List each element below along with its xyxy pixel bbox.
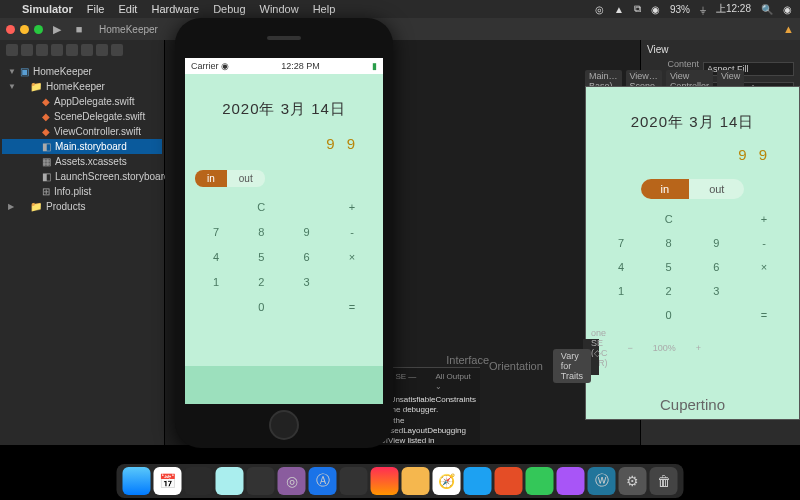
menu-help[interactable]: Help: [313, 3, 336, 15]
key-9[interactable]: 9: [705, 237, 727, 249]
nav-group[interactable]: ▼📁HomeKeeper: [2, 79, 162, 94]
dock-app[interactable]: [526, 467, 554, 495]
seg-out[interactable]: out: [227, 170, 265, 187]
dock-settings[interactable]: ⚙: [619, 467, 647, 495]
output-filter[interactable]: All Output ⌄: [435, 372, 474, 393]
key-1[interactable]: 1: [205, 276, 227, 288]
nav-file[interactable]: ◧LaunchScreen.storyboard: [2, 169, 162, 184]
key-0[interactable]: 0: [250, 301, 272, 313]
key[interactable]: [296, 201, 318, 213]
minimize-icon[interactable]: [20, 25, 29, 34]
key[interactable]: [341, 276, 363, 288]
dock-terminal[interactable]: [185, 467, 213, 495]
stop-button[interactable]: ■: [71, 22, 87, 36]
key[interactable]: [753, 285, 775, 297]
dock-app[interactable]: [402, 467, 430, 495]
nav-file[interactable]: ◆SceneDelegate.swift: [2, 109, 162, 124]
key-5[interactable]: 5: [250, 251, 272, 263]
dock-app[interactable]: [247, 467, 275, 495]
nav-file[interactable]: ⊞Info.plist: [2, 184, 162, 199]
dock-appstore[interactable]: Ⓐ: [309, 467, 337, 495]
dock-safari[interactable]: 🧭: [433, 467, 461, 495]
key-1[interactable]: 1: [610, 285, 632, 297]
nav-file[interactable]: ▦Assets.xcassets: [2, 154, 162, 169]
menu-hardware[interactable]: Hardware: [151, 3, 199, 15]
key-6[interactable]: 6: [705, 261, 727, 273]
key[interactable]: [296, 301, 318, 313]
key-minus[interactable]: -: [753, 237, 775, 249]
key-clear[interactable]: C: [250, 201, 272, 213]
app-name[interactable]: Simulator: [22, 3, 73, 15]
key[interactable]: [610, 213, 632, 225]
key-3[interactable]: 3: [705, 285, 727, 297]
warning-icon[interactable]: ▲: [783, 23, 794, 35]
key-8[interactable]: 8: [250, 226, 272, 238]
dock-finder[interactable]: [123, 467, 151, 495]
segmented-control[interactable]: in out: [641, 179, 745, 199]
macos-dock[interactable]: 📅 ◎ Ⓐ 🧭 ⓦ ⚙ 🗑: [117, 464, 684, 498]
key-4[interactable]: 4: [205, 251, 227, 263]
window-controls[interactable]: [6, 25, 43, 34]
segmented-control[interactable]: in out: [195, 170, 265, 187]
dock-twitter[interactable]: [464, 467, 492, 495]
key-times[interactable]: ×: [753, 261, 775, 273]
dock-app[interactable]: [557, 467, 585, 495]
key[interactable]: [705, 213, 727, 225]
nav-products[interactable]: ▶📁Products: [2, 199, 162, 214]
key-times[interactable]: ×: [341, 251, 363, 263]
scheme-breadcrumb[interactable]: HomeKeeper: [99, 24, 158, 35]
menubar-status: ◎ ▲ ⧉ ◉ 93% ⏚ 上12:28 🔍 ◉: [595, 2, 792, 16]
dock-trash[interactable]: 🗑: [650, 467, 678, 495]
key[interactable]: [205, 301, 227, 313]
key[interactable]: [705, 309, 727, 321]
key-6[interactable]: 6: [296, 251, 318, 263]
key[interactable]: [610, 309, 632, 321]
key-3[interactable]: 3: [296, 276, 318, 288]
seg-out[interactable]: out: [689, 179, 744, 199]
dock-music[interactable]: [371, 467, 399, 495]
close-icon[interactable]: [6, 25, 15, 34]
key-9[interactable]: 9: [296, 226, 318, 238]
key-4[interactable]: 4: [610, 261, 632, 273]
key-minus[interactable]: -: [341, 226, 363, 238]
seg-in[interactable]: in: [641, 179, 690, 199]
dock-app[interactable]: [340, 467, 368, 495]
key-2[interactable]: 2: [250, 276, 272, 288]
key-2[interactable]: 2: [658, 285, 680, 297]
key-0[interactable]: 0: [658, 309, 680, 321]
home-button[interactable]: [269, 410, 299, 440]
dock-calendar[interactable]: 📅: [154, 467, 182, 495]
dock-wordpress[interactable]: ⓦ: [588, 467, 616, 495]
simulator-screen[interactable]: Carrier ◉ 12:28 PM ▮ 2020年 3月 14日 9 9 in…: [185, 58, 383, 404]
key-8[interactable]: 8: [658, 237, 680, 249]
navigator-tabs[interactable]: [2, 44, 162, 60]
dock-app[interactable]: [216, 467, 244, 495]
nav-file-selected[interactable]: ◧Main.storyboard: [2, 139, 162, 154]
seg-in[interactable]: in: [195, 170, 227, 187]
run-button[interactable]: ▶: [49, 22, 65, 36]
key-7[interactable]: 7: [205, 226, 227, 238]
menu-file[interactable]: File: [87, 3, 105, 15]
menu-debug[interactable]: Debug: [213, 3, 245, 15]
nav-root[interactable]: ▼▣HomeKeeper: [2, 64, 162, 79]
key-plus[interactable]: +: [341, 201, 363, 213]
key-5[interactable]: 5: [658, 261, 680, 273]
vary-traits-button[interactable]: Vary for Traits: [553, 349, 591, 383]
nav-label: Assets.xcassets: [55, 156, 127, 167]
spotlight-icon[interactable]: 🔍: [761, 4, 773, 15]
menu-window[interactable]: Window: [260, 3, 299, 15]
key-equals[interactable]: =: [753, 309, 775, 321]
siri-icon[interactable]: ◉: [783, 4, 792, 15]
key[interactable]: [205, 201, 227, 213]
nav-file[interactable]: ◆AppDelegate.swift: [2, 94, 162, 109]
dock-app[interactable]: [495, 467, 523, 495]
nav-file[interactable]: ◆ViewController.swift: [2, 124, 162, 139]
ib-canvas-view[interactable]: 2020年 3月 14日 9 9 in out C+ 789- 456× 123…: [585, 86, 800, 420]
key-plus[interactable]: +: [753, 213, 775, 225]
key-clear[interactable]: C: [658, 213, 680, 225]
zoom-icon[interactable]: [34, 25, 43, 34]
menu-edit[interactable]: Edit: [118, 3, 137, 15]
dock-podcasts[interactable]: ◎: [278, 467, 306, 495]
key-equals[interactable]: =: [341, 301, 363, 313]
key-7[interactable]: 7: [610, 237, 632, 249]
